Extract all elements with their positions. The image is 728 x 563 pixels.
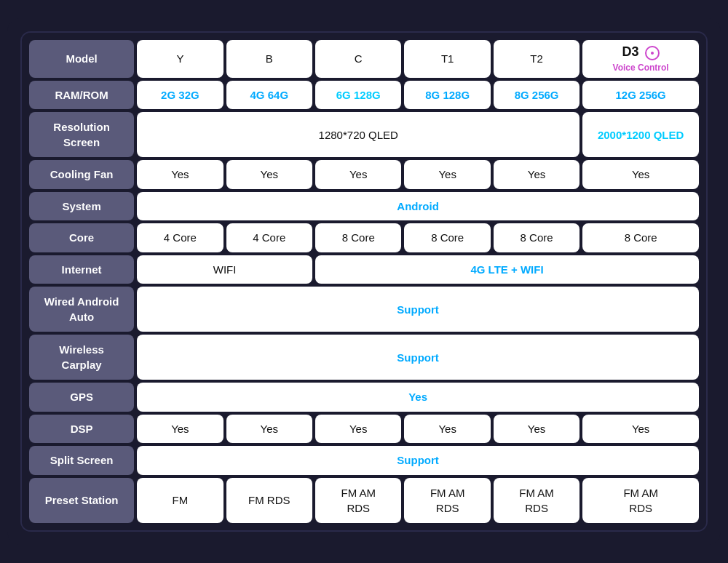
preset-station-header: Preset Station bbox=[29, 478, 134, 523]
preset-station-t2: FM AMRDS bbox=[494, 478, 579, 523]
core-d3: 8 Core bbox=[582, 223, 699, 252]
table-wrapper: Model Y B C T1 T2 D3 Voice Control RAM/R… bbox=[20, 31, 708, 532]
split-screen-value: Support bbox=[137, 446, 699, 475]
system-row: System Android bbox=[29, 192, 699, 221]
dsp-b: Yes bbox=[226, 415, 312, 444]
dsp-d3: Yes bbox=[582, 415, 699, 444]
system-value: Android bbox=[137, 192, 699, 221]
d3-subtitle: Voice Control bbox=[613, 63, 669, 73]
cooling-fan-d3: Yes bbox=[582, 160, 699, 189]
dsp-t1: Yes bbox=[404, 415, 490, 444]
comparison-table: Model Y B C T1 T2 D3 Voice Control RAM/R… bbox=[22, 33, 706, 530]
split-screen-row: Split Screen Support bbox=[29, 446, 699, 475]
internet-row: Internet WIFI 4G LTE + WIFI bbox=[29, 255, 699, 284]
resolution-main: 1280*720 QLED bbox=[137, 112, 579, 157]
wired-android-auto-value: Support bbox=[137, 287, 699, 332]
cooling-fan-c: Yes bbox=[315, 160, 401, 189]
preset-station-b: FM RDS bbox=[226, 478, 312, 523]
preset-station-t1: FM AMRDS bbox=[404, 478, 490, 523]
preset-station-y: FM bbox=[137, 478, 223, 523]
preset-station-c: FM AMRDS bbox=[315, 478, 401, 523]
split-screen-header: Split Screen bbox=[29, 446, 134, 475]
system-header: System bbox=[29, 192, 134, 221]
dsp-t2: Yes bbox=[494, 415, 579, 444]
outer-container: Model Y B C T1 T2 D3 Voice Control RAM/R… bbox=[7, 18, 721, 545]
col-d3: D3 Voice Control bbox=[582, 40, 699, 78]
wireless-carplay-row: WirelessCarplay Support bbox=[29, 335, 699, 380]
cooling-fan-t2: Yes bbox=[494, 160, 579, 189]
wired-android-auto-row: Wired AndroidAuto Support bbox=[29, 287, 699, 332]
model-header: Model bbox=[29, 40, 134, 78]
gps-value: Yes bbox=[137, 383, 699, 412]
internet-wifi: WIFI bbox=[137, 255, 312, 284]
cooling-fan-b: Yes bbox=[226, 160, 312, 189]
resolution-row: ResolutionScreen 1280*720 QLED 2000*1200… bbox=[29, 112, 699, 157]
gps-row: GPS Yes bbox=[29, 383, 699, 412]
internet-4g: 4G LTE + WIFI bbox=[315, 255, 699, 284]
cooling-fan-row: Cooling Fan Yes Yes Yes Yes Yes Yes bbox=[29, 160, 699, 189]
cooling-fan-y: Yes bbox=[137, 160, 223, 189]
ram-rom-row: RAM/ROM 2G 32G 4G 64G 6G 128G 8G 128G 8G… bbox=[29, 81, 699, 110]
core-y: 4 Core bbox=[137, 223, 223, 252]
wireless-carplay-value: Support bbox=[137, 335, 699, 380]
ram-rom-d3: 12G 256G bbox=[582, 81, 699, 110]
wireless-carplay-header: WirelessCarplay bbox=[29, 335, 134, 380]
core-t2: 8 Core bbox=[494, 223, 579, 252]
core-c: 8 Core bbox=[315, 223, 401, 252]
ram-rom-c: 6G 128G bbox=[315, 81, 401, 110]
dsp-y: Yes bbox=[137, 415, 223, 444]
core-header: Core bbox=[29, 223, 134, 252]
cooling-fan-header: Cooling Fan bbox=[29, 160, 134, 189]
internet-header: Internet bbox=[29, 255, 134, 284]
col-b: B bbox=[226, 40, 312, 78]
wired-android-auto-header: Wired AndroidAuto bbox=[29, 287, 134, 332]
ram-rom-b: 4G 64G bbox=[226, 81, 312, 110]
dsp-row: DSP Yes Yes Yes Yes Yes Yes bbox=[29, 415, 699, 444]
voice-control-icon bbox=[645, 46, 660, 60]
core-row: Core 4 Core 4 Core 8 Core 8 Core 8 Core … bbox=[29, 223, 699, 252]
dsp-header: DSP bbox=[29, 415, 134, 444]
ram-rom-y: 2G 32G bbox=[137, 81, 223, 110]
core-b: 4 Core bbox=[226, 223, 312, 252]
col-t1: T1 bbox=[404, 40, 490, 78]
resolution-d3: 2000*1200 QLED bbox=[582, 112, 699, 157]
ram-rom-t2: 8G 256G bbox=[494, 81, 579, 110]
ram-rom-header: RAM/ROM bbox=[29, 81, 134, 110]
col-c: C bbox=[315, 40, 401, 78]
header-row: Model Y B C T1 T2 D3 Voice Control bbox=[29, 40, 699, 78]
col-y: Y bbox=[137, 40, 223, 78]
ram-rom-t1: 8G 128G bbox=[404, 81, 490, 110]
preset-station-row: Preset Station FM FM RDS FM AMRDS FM AMR… bbox=[29, 478, 699, 523]
resolution-header: ResolutionScreen bbox=[29, 112, 134, 157]
d3-label: D3 bbox=[622, 44, 638, 59]
dsp-c: Yes bbox=[315, 415, 401, 444]
cooling-fan-t1: Yes bbox=[404, 160, 490, 189]
col-t2: T2 bbox=[494, 40, 579, 78]
core-t1: 8 Core bbox=[404, 223, 490, 252]
preset-station-d3: FM AMRDS bbox=[582, 478, 699, 523]
gps-header: GPS bbox=[29, 383, 134, 412]
